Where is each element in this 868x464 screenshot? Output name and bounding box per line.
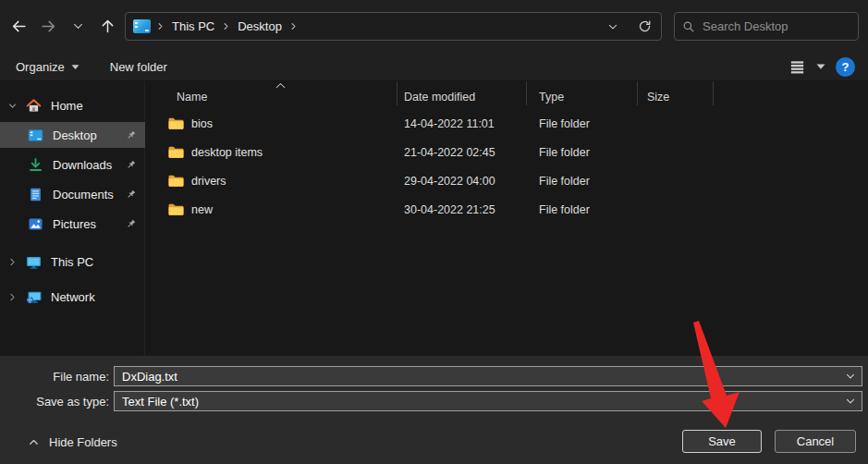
file-row-desktop-items[interactable]: desktop items 21-04-2022 02:45 File fold… xyxy=(146,138,868,166)
back-icon xyxy=(11,18,27,34)
chevron-right-icon[interactable] xyxy=(7,257,18,267)
column-header-date-modified[interactable]: Date modified xyxy=(397,81,527,105)
documents-icon xyxy=(28,187,43,202)
column-header-name[interactable]: Name xyxy=(146,81,397,105)
file-type: File folder xyxy=(527,175,638,188)
column-label: Date modified xyxy=(404,91,475,104)
file-row-new[interactable]: new 30-04-2022 21:25 File folder xyxy=(146,195,868,224)
sidebar-item-label: Desktop xyxy=(53,128,97,142)
breadcrumb-desktop[interactable]: Desktop xyxy=(236,19,284,33)
folder-icon xyxy=(167,202,185,216)
search-box[interactable] xyxy=(674,12,859,41)
view-details-icon[interactable] xyxy=(789,58,806,76)
file-name: bios xyxy=(191,117,213,130)
nav-buttons xyxy=(0,12,122,41)
file-type: File folder xyxy=(527,203,638,216)
column-header-spacer xyxy=(714,81,868,105)
chevron-down-icon[interactable] xyxy=(839,396,862,407)
breadcrumb-chevron-icon xyxy=(216,22,236,31)
back-button[interactable] xyxy=(4,12,33,41)
file-name: new xyxy=(191,203,213,216)
column-header-type[interactable]: Type xyxy=(527,81,638,105)
save-label: Save xyxy=(708,434,736,448)
sidebar-item-network[interactable]: Network xyxy=(0,284,145,310)
this-pc-icon xyxy=(133,19,151,33)
chevron-up-icon xyxy=(28,436,40,448)
folder-icon xyxy=(167,145,185,159)
navigation-pane: Home Desktop Downloads Documents Picture… xyxy=(0,81,145,356)
refresh-button[interactable] xyxy=(631,14,657,39)
downloads-icon xyxy=(28,157,43,173)
file-name-label: File name: xyxy=(0,370,109,384)
up-button[interactable] xyxy=(92,12,122,41)
file-row-drivers[interactable]: drivers 29-04-2022 04:00 File folder xyxy=(146,166,868,195)
save-as-type-label: Save as type: xyxy=(0,395,109,409)
cancel-label: Cancel xyxy=(797,434,834,448)
sidebar-item-pictures[interactable]: Pictures xyxy=(0,211,145,237)
folder-icon xyxy=(167,116,185,130)
sidebar-item-label: Documents xyxy=(53,188,114,201)
file-date: 30-04-2022 21:25 xyxy=(397,203,527,216)
help-button[interactable]: ? xyxy=(836,57,855,77)
dropdown-triangle-icon xyxy=(71,64,79,70)
this-pc-icon xyxy=(26,254,42,270)
navigation-bar: This PC Desktop xyxy=(0,0,868,53)
view-dropdown-button[interactable] xyxy=(816,63,825,70)
command-bar: Organize New folder ? xyxy=(0,53,868,81)
sidebar-item-desktop[interactable]: Desktop xyxy=(0,122,145,148)
cancel-button[interactable]: Cancel xyxy=(775,430,856,453)
hide-folders-label: Hide Folders xyxy=(49,435,117,449)
new-folder-button[interactable]: New folder xyxy=(110,60,167,74)
file-date: 21-04-2022 02:45 xyxy=(397,146,527,159)
search-icon xyxy=(682,20,695,33)
file-name-input[interactable] xyxy=(115,370,839,384)
save-as-type-select[interactable]: Text File (*.txt) xyxy=(114,391,862,411)
arrow-up-icon xyxy=(100,18,116,34)
breadcrumb-chevron-icon xyxy=(151,22,170,31)
breadcrumb-chevron-icon xyxy=(284,22,303,31)
file-name-combo[interactable] xyxy=(114,366,862,386)
network-icon xyxy=(26,289,42,305)
sidebar-item-label: Network xyxy=(51,290,95,304)
chevron-down-icon[interactable] xyxy=(839,371,862,382)
save-as-type-value: Text File (*.txt) xyxy=(115,395,839,409)
chevron-down-icon[interactable] xyxy=(7,101,18,111)
address-dropdown-button[interactable] xyxy=(600,14,626,39)
pin-icon xyxy=(125,189,137,201)
new-folder-label: New folder xyxy=(110,60,167,74)
sidebar-item-documents[interactable]: Documents xyxy=(0,181,145,207)
sidebar-item-home[interactable]: Home xyxy=(0,92,145,118)
column-headers: Name Date modified Type Size xyxy=(146,81,868,105)
sidebar-item-label: This PC xyxy=(51,255,93,269)
save-button[interactable]: Save xyxy=(682,430,762,453)
pin-icon xyxy=(125,129,137,141)
hide-folders-button[interactable]: Hide Folders xyxy=(28,431,117,453)
chevron-down-icon xyxy=(72,20,84,32)
sort-ascending-icon xyxy=(275,82,286,89)
sidebar-item-label: Pictures xyxy=(53,217,96,231)
organize-button[interactable]: Organize xyxy=(16,60,79,74)
file-type: File folder xyxy=(527,146,638,159)
forward-button[interactable] xyxy=(33,12,63,41)
main-area: Home Desktop Downloads Documents Picture… xyxy=(0,81,868,356)
file-row-bios[interactable]: bios 14-04-2022 11:01 File folder xyxy=(146,109,868,138)
chevron-right-icon[interactable] xyxy=(7,292,18,302)
sidebar-item-downloads[interactable]: Downloads xyxy=(0,152,145,177)
recent-locations-button[interactable] xyxy=(63,12,92,41)
file-date: 29-04-2022 04:00 xyxy=(397,175,527,188)
column-header-size[interactable]: Size xyxy=(638,81,714,105)
sidebar-item-label: Downloads xyxy=(53,158,112,172)
help-glyph: ? xyxy=(842,60,850,74)
organize-label: Organize xyxy=(16,60,65,74)
pin-icon xyxy=(125,218,137,230)
desktop-icon xyxy=(28,128,43,143)
breadcrumb-this-pc[interactable]: This PC xyxy=(170,19,216,33)
address-bar[interactable]: This PC Desktop xyxy=(125,12,662,41)
sidebar-item-this-pc[interactable]: This PC xyxy=(0,249,145,275)
pictures-icon xyxy=(28,216,43,232)
folder-icon xyxy=(167,174,185,188)
search-input[interactable] xyxy=(703,19,865,33)
column-label: Type xyxy=(539,91,564,104)
file-type: File folder xyxy=(527,117,638,130)
column-label: Name xyxy=(177,91,207,104)
